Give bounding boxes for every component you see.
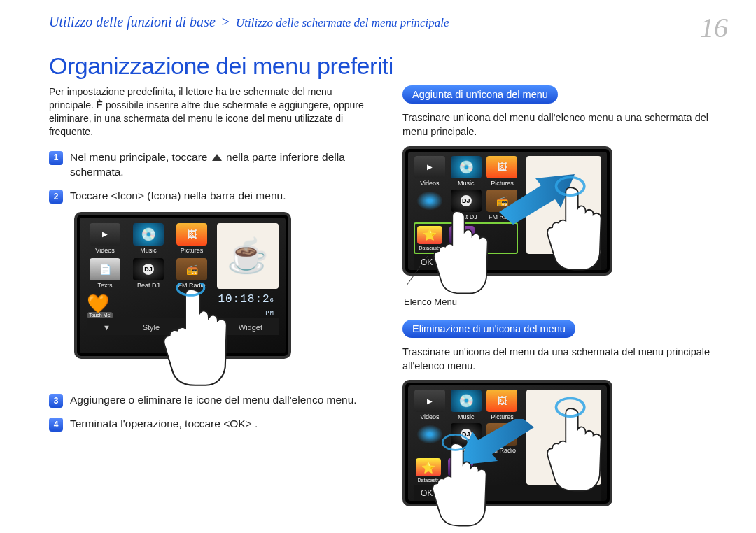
beatdj-icon <box>451 190 482 212</box>
menu-bar: ▼ Style Icon Widget <box>87 318 279 335</box>
clock-widget: 08:09: <box>551 469 598 483</box>
up-triangle-icon <box>212 154 222 161</box>
clock-widget: 08:09: <box>551 239 598 253</box>
step-4: 4 Terminata l'operazione, toccare <OK> . <box>49 416 374 432</box>
app-pictures: Pictures <box>174 223 210 254</box>
icon-button: Icon <box>186 322 212 332</box>
app-music: Music <box>450 390 482 420</box>
app-texts: Texts <box>87 258 123 289</box>
step-1: 1 Nel menu principale, toccare nella par… <box>49 150 374 180</box>
app-videos: Videos <box>87 223 123 254</box>
step-2: 2 Toccare <Icon> (Icona) nella barra dei… <box>49 188 374 204</box>
menu-list-label: Elenco Menu <box>404 297 728 307</box>
page-header: Utilizzo delle funzioni di base > Utiliz… <box>49 14 728 45</box>
chevron-down-icon: ∨ <box>472 488 479 498</box>
app-beatdj: Beat DJ <box>130 258 167 289</box>
radio-icon <box>176 258 207 280</box>
page-number: 16 <box>700 14 728 42</box>
drag-arrow-ne-icon <box>492 170 576 226</box>
chevron-up-icon: ∧ <box>449 488 456 498</box>
step-text: Toccare <Icon> (Icona) nella barra dei m… <box>70 188 286 204</box>
pictures-icon <box>486 390 517 412</box>
device-screenshot-3: Videos Music Pictures Beat DJ FM Radio D… <box>402 380 612 506</box>
breadcrumb-sub: Utilizzo delle schermate del menu princi… <box>236 16 449 29</box>
video-icon <box>414 390 445 412</box>
app-datacasts: Datacasts <box>417 226 442 250</box>
app-pictures: Pictures <box>486 390 519 420</box>
step-3: 3 Aggiungere o eliminare le icone del me… <box>49 392 374 408</box>
down-icon: ▼ <box>97 322 116 332</box>
svg-line-3 <box>407 256 428 285</box>
widget-button: Widget <box>233 322 268 332</box>
add-icon-heading: Aggiunta di un'icona del menu <box>402 85 558 104</box>
breadcrumb: Utilizzo delle funzioni di base > Utiliz… <box>49 14 449 30</box>
texts-icon <box>90 258 120 280</box>
pictures-icon <box>176 223 207 246</box>
clock-widget: 10:18:26PM <box>214 290 279 318</box>
app-videos: Videos <box>414 156 446 187</box>
step-badge: 1 <box>49 151 63 165</box>
beatdj-icon <box>133 258 164 280</box>
music-icon <box>133 223 164 246</box>
app-beatdj: Beat DJ <box>450 190 482 220</box>
app-music: Music <box>130 223 167 254</box>
video-icon <box>90 223 120 246</box>
ok-bar: OK ∧ ∨ <box>414 254 601 270</box>
app-datacasts: Datacasts <box>416 458 441 483</box>
app-addrbook: Address Book <box>447 226 477 250</box>
app-blank <box>414 423 446 454</box>
step-badge: 2 <box>49 190 63 204</box>
coffee-placeholder: ☕ <box>217 223 279 289</box>
app-blank <box>414 190 446 220</box>
callout-line <box>404 256 439 291</box>
ok-button: OK <box>421 488 433 498</box>
target-glow-icon <box>414 423 445 446</box>
app-music: Music <box>450 156 482 187</box>
drag-arrow-sw-icon <box>457 419 541 475</box>
chevron-up-icon: ∧ <box>449 257 456 267</box>
device-screenshot-1: Videos Music Pictures ☕ Texts Beat DJ FM… <box>74 212 291 359</box>
breadcrumb-separator: > <box>219 14 232 29</box>
target-glow-icon <box>414 190 445 212</box>
svg-marker-1 <box>499 174 575 225</box>
star-icon <box>416 458 441 476</box>
delete-icon-heading: Eliminazione di un'icona del menu <box>402 320 575 338</box>
breadcrumb-main: Utilizzo delle funzioni di base <box>49 14 216 29</box>
step-badge: 4 <box>49 418 63 432</box>
step-text: Terminata l'operazione, toccare <OK> . <box>70 416 258 432</box>
add-icon-text: Trascinare un'icona del menu dall'elenco… <box>402 111 728 139</box>
delete-icon-text: Trascinare un'icona del menu da una sche… <box>402 345 728 374</box>
gingerbread-icon: 🧡Touch Me! <box>87 293 113 318</box>
video-icon <box>414 156 445 178</box>
step-badge: 3 <box>49 394 63 408</box>
style-button: Style <box>137 322 165 332</box>
left-column: Per impostazione predefinita, il lettore… <box>49 85 374 512</box>
right-column: Aggiunta di un'icona del menu Trascinare… <box>402 85 728 512</box>
chevron-down-icon: ∨ <box>472 257 479 267</box>
intro-text: Per impostazione predefinita, il lettore… <box>49 85 374 138</box>
addressbook-icon <box>449 226 475 244</box>
menu-list-highlight: Datacasts Address Book <box>414 222 518 254</box>
page-title: Organizzazione dei menu preferiti <box>49 52 728 80</box>
device-screenshot-2: Videos Music Pictures Beat DJ FM Radio D… <box>402 146 612 276</box>
music-icon <box>451 156 482 178</box>
step-text: Nel menu principale, toccare nella parte… <box>70 150 374 180</box>
app-fmradio: FM Radio <box>174 258 210 289</box>
step-text: Aggiungere o eliminare le icone del menu… <box>70 392 357 408</box>
ok-bar: OK ∧ ∨ <box>414 485 601 501</box>
music-icon <box>451 390 482 412</box>
star-icon <box>417 226 442 244</box>
app-videos: Videos <box>414 390 446 420</box>
svg-marker-4 <box>458 419 534 465</box>
